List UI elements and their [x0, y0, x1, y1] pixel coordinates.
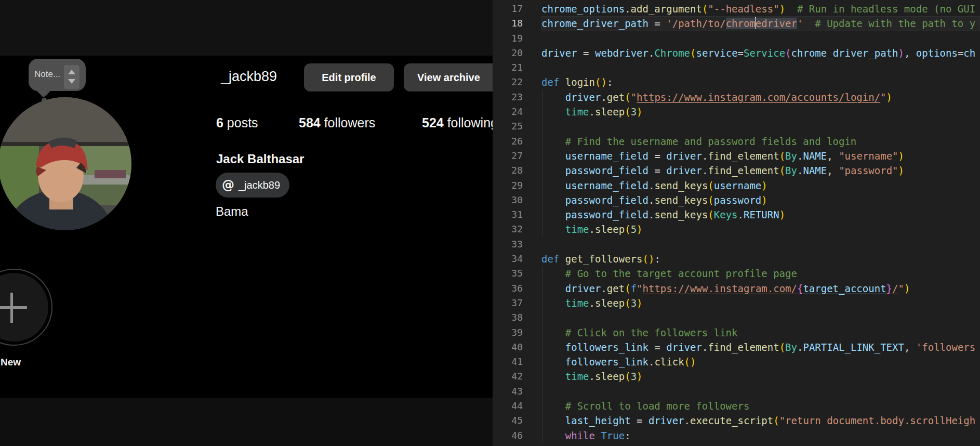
view-archive-button[interactable]: View archive: [404, 63, 493, 91]
edit-profile-button[interactable]: Edit profile: [304, 63, 394, 91]
code-token: ,: [904, 342, 910, 353]
code-token: ): [779, 209, 785, 220]
code-token: RETURN: [744, 209, 779, 220]
code-line[interactable]: followers_link.click(): [493, 355, 980, 369]
code-line[interactable]: chrome_options.add_argument("--headless"…: [493, 2, 980, 16]
code-token: .: [797, 342, 803, 353]
code-token: .: [601, 283, 606, 294]
code-line[interactable]: [493, 310, 980, 325]
code-token: [660, 165, 666, 176]
code-line[interactable]: username_field = driver.find_element(By.…: [493, 149, 980, 163]
code-line[interactable]: driver.get(f"https://www.instagram.com/{…: [493, 281, 980, 296]
code-token: driver: [541, 47, 577, 59]
instagram-panel: Note...: [0, 0, 493, 446]
code-token: [833, 150, 839, 162]
code-token: :: [607, 76, 613, 88]
code-token: 3: [631, 297, 637, 309]
code-line[interactable]: password_field = driver.find_element(By.…: [493, 163, 980, 178]
code-token: ,: [827, 165, 832, 176]
code-token: driver: [565, 91, 601, 103]
code-token: (: [708, 209, 713, 220]
code-token: .: [648, 180, 654, 191]
posts-count: 6: [216, 115, 223, 130]
code-token: driver: [666, 150, 702, 162]
code-line[interactable]: password_field.send_keys(Keys.RETURN): [493, 207, 980, 222]
code-token: [541, 430, 565, 441]
note-stepper[interactable]: [64, 65, 80, 89]
code-line[interactable]: [493, 60, 980, 75]
code-token: Keys: [714, 209, 738, 220]
code-line[interactable]: [493, 384, 980, 399]
code-line[interactable]: time.sleep(3): [493, 369, 980, 384]
code-token: [541, 224, 565, 235]
code-line[interactable]: username_field.send_keys(username): [493, 178, 980, 193]
posts-label: posts: [223, 115, 258, 130]
code-token: ,: [904, 47, 910, 59]
code-token: [541, 136, 565, 147]
code-token: driver: [565, 283, 601, 294]
code-token: f: [631, 283, 637, 294]
code-line[interactable]: [493, 237, 980, 252]
new-highlight-button[interactable]: [0, 269, 52, 346]
code-token: chrome_driver_path: [791, 47, 898, 59]
code-token: .: [738, 209, 744, 220]
code-line[interactable]: password_field.send_keys(password): [493, 193, 980, 207]
code-token: def: [541, 76, 559, 88]
code-area[interactable]: chrome_options.add_argument("--headless"…: [493, 2, 980, 443]
code-line[interactable]: driver = webdriver.Chrome(service=Servic…: [493, 46, 980, 60]
threads-badge[interactable]: @ _jackb89: [216, 173, 289, 198]
code-token: find_element: [708, 150, 779, 162]
code-token: (: [625, 106, 630, 117]
code-line[interactable]: time.sleep(3): [493, 296, 980, 310]
stat-followers[interactable]: 584 followers: [299, 115, 375, 130]
code-token: send_keys: [654, 209, 708, 220]
code-line[interactable]: # Find the username and password fields …: [493, 134, 980, 149]
chevron-down-icon[interactable]: [68, 79, 75, 84]
code-line[interactable]: while True:: [493, 428, 980, 443]
code-token: def: [541, 253, 559, 265]
followers-label: followers: [321, 115, 376, 130]
stat-posts[interactable]: 6 posts: [216, 115, 258, 130]
code-token: .: [648, 209, 654, 220]
code-line[interactable]: # Go to the target account profile page: [493, 266, 980, 281]
code-line[interactable]: [493, 31, 980, 46]
code-token: .: [589, 106, 595, 117]
code-line[interactable]: time.sleep(5): [493, 222, 980, 237]
code-line[interactable]: def get_followers():: [493, 252, 980, 266]
code-token: ): [637, 297, 642, 309]
code-token: find_element: [708, 165, 779, 176]
code-token: ": [631, 91, 637, 103]
code-line[interactable]: driver.get("https://www.instagram.com/ac…: [493, 90, 980, 104]
code-line[interactable]: followers_link = driver.find_element(By.…: [493, 340, 980, 355]
code-line[interactable]: # Scroll to load more followers: [493, 399, 980, 413]
code-token: True: [601, 430, 625, 441]
code-token: [559, 76, 565, 88]
code-line[interactable]: def login():: [493, 75, 980, 89]
code-token: get: [607, 91, 625, 103]
bottom-window-strip: [0, 398, 493, 446]
code-token: ): [690, 356, 696, 368]
code-token: 5: [631, 224, 637, 235]
code-token: ": [637, 283, 642, 294]
code-line[interactable]: chrome_driver_path = '/path/to/chromedri…: [493, 16, 980, 31]
plus-icon: [0, 306, 27, 309]
code-token: execute_script: [690, 415, 773, 426]
chevron-up-icon[interactable]: [68, 70, 75, 74]
code-token: (: [702, 3, 708, 15]
code-line[interactable]: [493, 119, 980, 134]
code-line[interactable]: time.sleep(3): [493, 104, 980, 119]
code-token: }: [886, 283, 892, 294]
code-token: chrome_driver_path: [541, 18, 648, 29]
code-line[interactable]: last_height = driver.execute_script("ret…: [493, 413, 980, 428]
code-token: Service: [744, 47, 785, 59]
stat-following[interactable]: 524 following: [422, 115, 493, 130]
code-token: ): [601, 76, 606, 88]
code-token: time: [565, 106, 589, 117]
note-bubble[interactable]: Note...: [29, 59, 86, 91]
profile-photo[interactable]: [0, 97, 131, 230]
code-line[interactable]: # Click on the followers link: [493, 325, 980, 340]
code-token: "username": [839, 150, 898, 162]
threads-handle: _jackb89: [239, 179, 280, 191]
code-token: sleep: [595, 371, 625, 382]
code-editor[interactable]: 1718192021222324252627282930313233343536…: [493, 0, 980, 446]
